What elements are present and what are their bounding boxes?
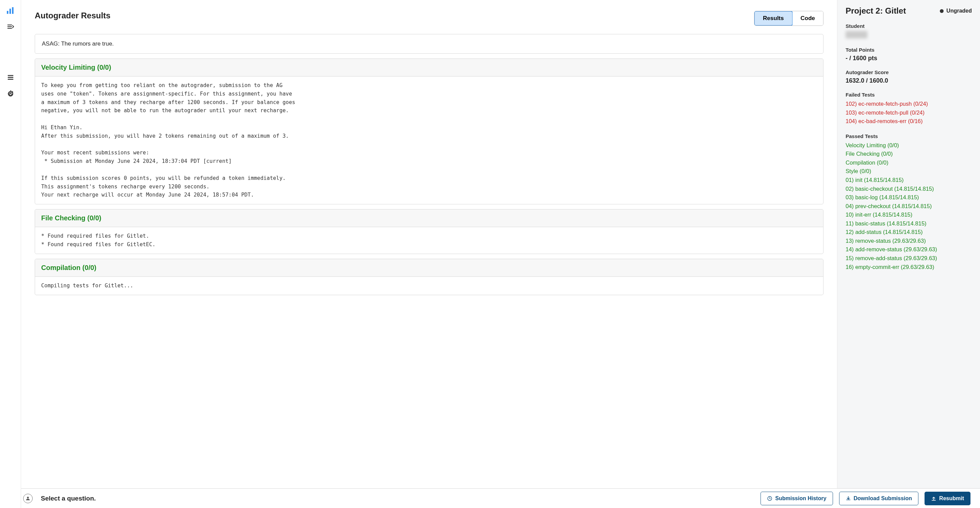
passed-test-link[interactable]: Velocity Limiting (0/0) <box>846 141 972 150</box>
compilation-title[interactable]: Compilation (0/0) <box>35 259 823 277</box>
status-badge: Ungraded <box>940 8 972 14</box>
passed-test-link[interactable]: 10) init-err (14.815/14.815) <box>846 211 972 219</box>
refresh-icon[interactable] <box>5 89 16 99</box>
page-title: Autograder Results <box>35 11 111 21</box>
nav-rail <box>0 0 21 508</box>
passed-test-link[interactable]: 15) remove-add-status (29.63/29.63) <box>846 254 972 263</box>
svg-rect-2 <box>12 7 13 14</box>
passed-test-link[interactable]: 14) add-remove-status (29.63/29.63) <box>846 245 972 254</box>
autograder-value: 1632.0 / 1600.0 <box>846 77 972 84</box>
clock-icon <box>767 496 772 501</box>
passed-test-link[interactable]: 04) prev-checkout (14.815/14.815) <box>846 202 972 211</box>
filecheck-body: * Found required files for Gitlet. * Fou… <box>35 227 823 254</box>
svg-rect-7 <box>8 77 13 78</box>
svg-rect-6 <box>8 75 13 76</box>
passed-test-link[interactable]: Style (0/0) <box>846 167 972 176</box>
footer-bar: Select a question. Submission History Do… <box>21 488 980 508</box>
logo-bars-icon[interactable] <box>5 5 16 16</box>
svg-point-10 <box>27 497 29 498</box>
status-dot-icon <box>940 9 943 13</box>
passed-test-link[interactable]: 11) basic-status (14.815/14.815) <box>846 219 972 228</box>
upload-icon <box>931 496 937 501</box>
failed-test-link[interactable]: 103) ec-remote-fetch-pull (0/24) <box>846 108 972 117</box>
avatar-icon[interactable] <box>23 494 33 503</box>
tab-results[interactable]: Results <box>754 11 792 26</box>
failed-test-link[interactable]: 104) ec-bad-remotes-err (0/16) <box>846 117 972 126</box>
download-submission-button[interactable]: Download Submission <box>839 492 919 505</box>
passed-test-link[interactable]: 02) basic-checkout (14.815/14.815) <box>846 185 972 194</box>
passed-tests-label: Passed Tests <box>846 133 972 139</box>
passed-test-link[interactable]: 16) empty-commit-err (29.63/29.63) <box>846 263 972 272</box>
status-text: Ungraded <box>946 8 972 14</box>
footer-prompt: Select a question. <box>41 495 96 502</box>
velocity-body: To keep you from getting too reliant on … <box>35 76 823 204</box>
filecheck-section: File Checking (0/0) * Found required fil… <box>35 209 824 254</box>
resubmit-button[interactable]: Resubmit <box>924 492 970 505</box>
total-points-label: Total Points <box>846 47 972 53</box>
filecheck-title[interactable]: File Checking (0/0) <box>35 210 823 227</box>
svg-rect-0 <box>7 11 8 14</box>
submission-history-button[interactable]: Submission History <box>760 492 833 505</box>
tab-code[interactable]: Code <box>792 11 824 25</box>
download-icon <box>846 496 851 501</box>
velocity-section: Velocity Limiting (0/0) To keep you from… <box>35 59 824 204</box>
compilation-body: Compiling tests for Gitlet... <box>35 277 823 295</box>
student-name-redacted <box>846 31 867 38</box>
svg-rect-8 <box>8 79 13 80</box>
passed-test-link[interactable]: Compilation (0/0) <box>846 159 972 167</box>
tab-group: Results Code <box>754 11 824 26</box>
failed-tests-label: Failed Tests <box>846 92 972 98</box>
passed-test-link[interactable]: 12) add-status (14.815/14.815) <box>846 228 972 237</box>
asag-notice: ASAG: The rumors are true. <box>35 34 824 54</box>
summary-panel: Project 2: Gitlet Ungraded Student Total… <box>837 0 980 488</box>
failed-test-link[interactable]: 102) ec-remote-fetch-push (0/24) <box>846 100 972 108</box>
svg-marker-9 <box>12 91 13 92</box>
project-title: Project 2: Gitlet <box>846 6 906 16</box>
svg-rect-1 <box>9 9 11 14</box>
autograder-label: Autograder Score <box>846 69 972 75</box>
menu-toggle-icon[interactable] <box>5 22 16 33</box>
compilation-section: Compilation (0/0) Compiling tests for Gi… <box>35 259 824 295</box>
passed-test-link[interactable]: 03) basic-log (14.815/14.815) <box>846 193 972 202</box>
passed-test-link[interactable]: File Checking (0/0) <box>846 149 972 159</box>
main-content: Autograder Results Results Code ASAG: Th… <box>21 0 837 488</box>
total-points-value: - / 1600 pts <box>846 55 972 62</box>
velocity-title[interactable]: Velocity Limiting (0/0) <box>35 59 823 76</box>
passed-test-link[interactable]: 01) init (14.815/14.815) <box>846 176 972 185</box>
passed-test-link[interactable]: 13) remove-status (29.63/29.63) <box>846 237 972 246</box>
student-label: Student <box>846 23 972 29</box>
questions-icon[interactable] <box>5 72 16 83</box>
